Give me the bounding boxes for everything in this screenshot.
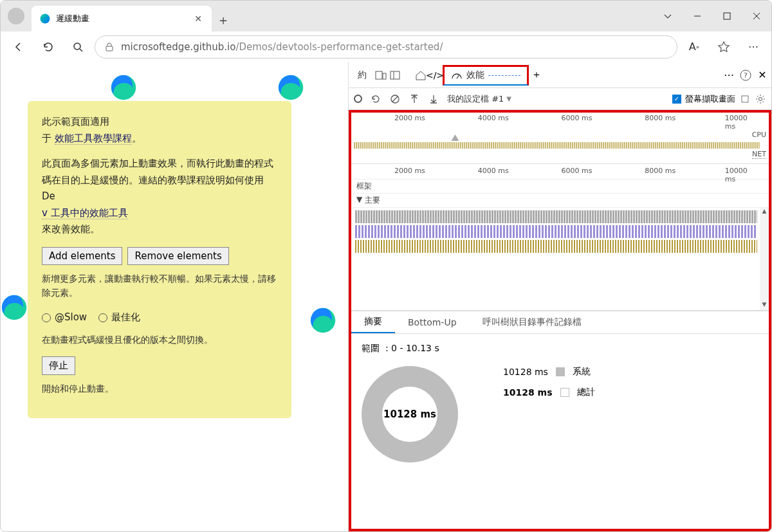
settings-icon[interactable] [755, 93, 766, 105]
svg-rect-2 [724, 13, 730, 19]
profile-selector[interactable]: 我的設定檔 #1 ▼ [447, 93, 511, 105]
panel-icon[interactable] [389, 69, 401, 82]
maximize-button[interactable] [712, 1, 742, 32]
new-tab-button[interactable]: ＋ [212, 8, 235, 32]
reload-record-button[interactable] [370, 93, 381, 105]
tab-title: 遲緩動畫 [56, 13, 187, 24]
tab-close-button[interactable]: ✕ [192, 13, 204, 24]
tab-call-tree[interactable]: 呼叫樹狀目錄事件記錄檔 [470, 311, 594, 333]
upload-button[interactable] [409, 93, 420, 105]
legend-swatch-system [556, 367, 565, 376]
svg-rect-19 [742, 96, 748, 102]
flame-row [355, 210, 757, 223]
clear-button[interactable] [389, 93, 401, 105]
cpu-label: CPU [752, 131, 766, 139]
cpu-strip [354, 142, 760, 149]
search-button[interactable] [65, 34, 91, 60]
devtools-more-button[interactable]: ⋯ [722, 69, 735, 82]
range-value: : 0 - 10.13 s [385, 343, 439, 353]
flame-row [355, 225, 757, 238]
legend-swatch-total [560, 388, 569, 397]
profile-button[interactable] [1, 1, 32, 32]
frames-track-label[interactable]: 框架 [351, 179, 769, 194]
flame-row [355, 240, 757, 253]
edge-logo-icon [277, 74, 304, 101]
tab-bottom-up[interactable]: Bottom-Up [395, 311, 470, 333]
browser-toolbar: microsoftedge.github.io/Demos/devtools-p… [1, 32, 771, 62]
perf-tool-link[interactable]: v 工具中的效能工具 [42, 207, 128, 219]
summary-tabs: 摘要 Bottom-Up 呼叫樹狀目錄事件記錄檔 [351, 311, 769, 334]
timeline-ruler[interactable]: 2000 ms 4000 ms 6000 ms 8000 ms 10000 ms [351, 164, 769, 179]
edge-logo-icon [309, 307, 336, 334]
device-toggle-icon[interactable] [374, 69, 387, 82]
refresh-button[interactable] [35, 34, 61, 60]
gauge-icon [451, 71, 463, 80]
timeline-area: 2000 ms 4000 ms 6000 ms 8000 ms 10000 ms… [349, 110, 771, 531]
performance-toolbar: 我的設定檔 #1 ▼ ✓ 螢幕擷取畫面 [349, 88, 771, 110]
screenshot-label: 螢幕擷取畫面 [685, 93, 735, 105]
stop-button[interactable]: 停止 [42, 356, 75, 375]
window-titlebar: 遲緩動畫 ✕ ＋ [1, 1, 771, 32]
download-button[interactable] [428, 93, 439, 105]
edge-favicon-icon [39, 13, 51, 24]
elements-icon[interactable]: </> [428, 69, 441, 82]
svg-rect-10 [376, 71, 382, 79]
avatar-icon [8, 8, 24, 24]
help-button[interactable]: ? [739, 69, 752, 82]
svg-rect-5 [106, 46, 113, 51]
read-aloud-button[interactable]: A» [681, 34, 707, 60]
browser-tab[interactable]: 遲緩動畫 ✕ [32, 6, 212, 32]
screenshot-checkbox[interactable]: ✓ [672, 95, 681, 104]
svg-point-0 [41, 14, 50, 24]
url-text: microsoftedge.github.io/Demos/devtools-p… [121, 41, 443, 53]
timeline-overview[interactable]: 2000 ms 4000 ms 6000 ms 8000 ms 10000 ms… [351, 113, 769, 164]
edge-logo-icon [110, 74, 137, 101]
minimize-button[interactable] [683, 1, 712, 32]
svg-line-14 [457, 75, 459, 78]
svg-rect-12 [391, 71, 400, 79]
optimized-radio[interactable]: 最佳化 [98, 309, 140, 326]
more-button[interactable]: ⋯ [740, 34, 766, 60]
svg-text:?: ? [744, 71, 748, 80]
range-label: 範圍 [362, 343, 380, 353]
memory-icon[interactable] [739, 93, 751, 105]
svg-point-3 [74, 43, 80, 50]
devtools-panel: 約 </> 效能 ＋ ⋯ ? ✕ 我的設定檔 #1 ▼ [348, 62, 771, 531]
tutorial-link[interactable]: 效能工具教學課程 [55, 133, 132, 145]
address-bar[interactable]: microsoftedge.github.io/Demos/devtools-p… [95, 35, 677, 59]
record-button[interactable] [354, 95, 362, 103]
add-tab-button[interactable]: ＋ [530, 69, 543, 82]
svg-line-4 [80, 49, 82, 51]
flame-scrollbar[interactable]: ▲▼ [760, 208, 769, 310]
tab-inspect[interactable]: 約 [351, 65, 373, 86]
buttons-hint: 新增更多元素，讓動畫執行較不順暢。如果元素太慢，請移除元素。 [42, 271, 277, 301]
svg-rect-11 [383, 73, 386, 79]
svg-line-18 [392, 96, 398, 102]
remove-elements-button[interactable]: Remove elements [127, 247, 228, 265]
back-button[interactable] [6, 34, 32, 60]
devtools-close-button[interactable]: ✕ [756, 69, 769, 82]
svg-point-20 [759, 97, 762, 100]
info-panel: 此示範頁面適用 于 效能工具教學課程。 此頁面為多個元素加上動畫效果，而執行此動… [28, 101, 291, 418]
main-track-label[interactable]: ▼主要 [351, 194, 769, 208]
radio-hint: 在動畫程式碼緩慢且優化的版本之間切換。 [42, 333, 277, 347]
lock-icon [104, 42, 115, 52]
add-elements-button[interactable]: Add elements [42, 247, 122, 265]
summary-legend: 10128 ms系統 10128 ms總計 [503, 366, 595, 398]
window-controls [653, 1, 771, 32]
devtools-tab-strip: 約 </> 效能 ＋ ⋯ ? ✕ [349, 62, 771, 88]
close-window-button[interactable] [742, 1, 771, 32]
page-content: 此示範頁面適用 于 效能工具教學課程。 此頁面為多個元素加上動畫效果，而執行此動… [1, 62, 348, 531]
net-label: NET [752, 150, 766, 159]
tab-performance[interactable]: 效能 [443, 65, 529, 86]
tab-summary[interactable]: 摘要 [351, 311, 395, 333]
summary-donut: 10128 ms [362, 366, 458, 463]
slow-radio[interactable]: @Slow [42, 309, 87, 326]
donut-value: 10128 ms [383, 408, 436, 420]
caret-down-icon[interactable] [653, 1, 683, 32]
stop-hint: 開始和停止動畫。 [42, 381, 277, 396]
summary-body: 範圍 : 0 - 10.13 s 10128 ms 10128 ms系統 101… [351, 334, 769, 529]
intro-text: 此示範頁面適用 [42, 116, 109, 127]
favorite-button[interactable] [711, 34, 737, 60]
flame-chart[interactable]: ▲▼ [351, 208, 769, 311]
